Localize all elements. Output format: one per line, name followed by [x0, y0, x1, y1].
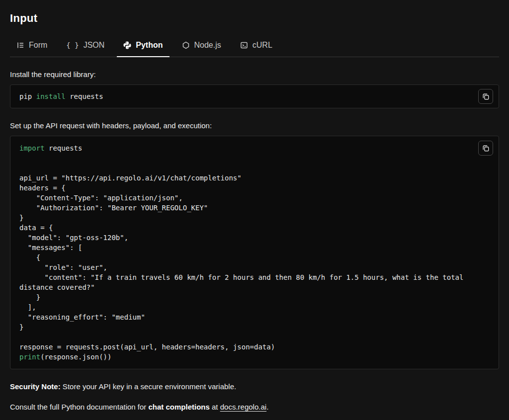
python-code-block: import requests api_url = "https://api.r…: [10, 136, 499, 369]
tab-python-label: Python: [136, 41, 163, 50]
input-panel: Input Form { } JSON Python: [0, 0, 509, 411]
copy-icon: [482, 144, 490, 153]
security-note-title: Security Note:: [10, 382, 61, 391]
tab-curl-label: cURL: [253, 41, 272, 50]
tab-bar: Form { } JSON Python Node.js c: [10, 36, 499, 57]
tab-json-label: JSON: [84, 41, 105, 50]
docs-link[interactable]: docs.regolo.ai: [220, 403, 266, 411]
tab-form[interactable]: Form: [10, 36, 54, 57]
page-title: Input: [10, 12, 499, 25]
tab-form-label: Form: [29, 41, 47, 50]
documentation-note: Consult the full Python documentation fo…: [10, 403, 499, 411]
install-code-block: pip install requests: [10, 84, 499, 108]
doc-note-prefix: Consult the full Python documentation fo…: [10, 403, 149, 411]
security-note-text: Store your API key in a secure environme…: [61, 382, 237, 391]
curl-terminal-icon: [240, 41, 248, 49]
nodejs-icon: [182, 41, 190, 49]
tab-json[interactable]: { } JSON: [60, 36, 111, 57]
doc-note-mid: at: [210, 403, 220, 411]
doc-note-bold: chat completions: [149, 403, 210, 411]
tab-curl[interactable]: cURL: [234, 36, 279, 57]
install-code[interactable]: pip install requests: [10, 85, 499, 108]
copy-icon: [482, 92, 490, 101]
python-code[interactable]: import requests api_url = "https://api.r…: [10, 136, 499, 369]
doc-note-suffix: .: [266, 403, 268, 411]
install-instruction: Install the required library:: [10, 70, 499, 79]
form-icon: [16, 41, 24, 49]
tab-nodejs[interactable]: Node.js: [175, 36, 228, 57]
security-note: Security Note: Store your API key in a s…: [10, 382, 499, 391]
tab-nodejs-label: Node.js: [194, 41, 221, 50]
copy-button[interactable]: [478, 89, 493, 104]
json-braces-icon: { }: [66, 41, 79, 49]
setup-instruction: Set up the API request with headers, pay…: [10, 121, 499, 130]
python-icon: [123, 41, 131, 49]
copy-button[interactable]: [478, 141, 493, 156]
tab-python[interactable]: Python: [117, 36, 169, 57]
